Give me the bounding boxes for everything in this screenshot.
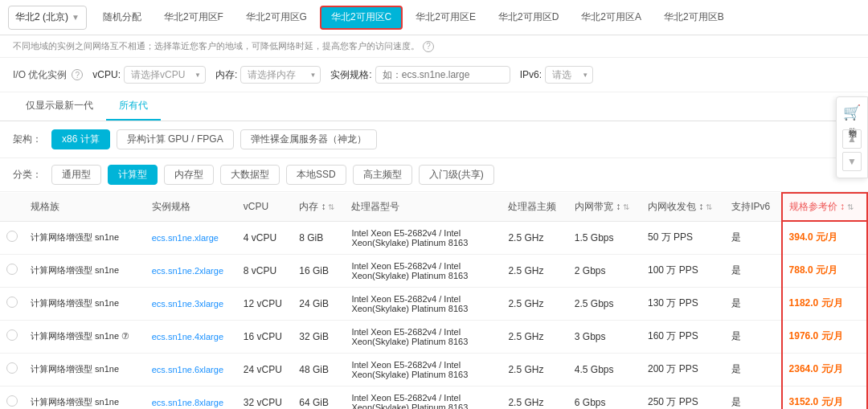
row-spec-family: 计算网络增强型 sn1ne [24,254,145,287]
arch-btn-x86[interactable]: x86 计算 [51,129,110,149]
row-radio[interactable] [0,353,24,386]
row-cpu-model: Intel Xeon E5-2682v4 / Intel Xeon(Skylak… [345,386,502,409]
vcpu-select-wrapper: 请选择vCPU [124,66,206,84]
row-bandwidth: 6 Gbps [568,386,641,409]
tab-zone-e[interactable]: 华北2可用区E [406,6,485,30]
row-pps: 200 万 PPS [641,353,725,386]
cart-icon: 🛒 [843,104,861,121]
row-pps: 250 万 PPS [641,386,725,409]
row-spec-name: ecs.sn1ne.3xlarge [145,287,237,320]
th-cpu-model: 处理器型号 [345,193,502,221]
row-price: 3152.0 元/月 [782,386,867,409]
io-help-icon[interactable]: ? [72,69,83,80]
row-radio[interactable] [0,320,24,353]
spec-input[interactable] [375,66,510,84]
row-ipv6: 是 [725,221,781,254]
notice-bar: 不同地域的实例之间网络互不相通；选择靠近您客户的地域，可降低网络时延，提高您客户… [0,35,868,58]
row-mem: 32 GiB [293,320,345,353]
tab-all-gen[interactable]: 所有代 [106,92,161,121]
row-freq: 2.5 GHz [502,287,567,320]
table-row[interactable]: 计算网络增强型 sn1ne ecs.sn1ne.xlarge 4 vCPU 8 … [0,221,867,254]
region-arrow-icon: ▼ [72,13,80,22]
scroll-up-button[interactable]: ▲ [842,129,862,149]
row-spec-family: 计算网络增强型 sn1ne ⑦ [24,320,145,353]
arch-btn-bare-metal[interactable]: 弹性裸金属服务器（神龙） [240,129,377,149]
type-btn-general[interactable]: 通用型 [51,165,101,185]
row-cpu-model: Intel Xeon E5-2682v4 / Intel Xeon(Skylak… [345,287,502,320]
ipv6-select[interactable]: 请选 [545,66,593,84]
row-mem: 48 GiB [293,353,345,386]
type-label: 分类： [13,168,42,182]
row-radio[interactable] [0,221,24,254]
tab-zone-d[interactable]: 华北2可用区D [489,6,568,30]
io-filter: I/O 优化实例 ? [13,68,83,82]
row-pps: 160 万 PPS [641,320,725,353]
mem-select-wrapper: 请选择内存 [240,66,321,84]
region-label: 华北2 (北京) [15,10,68,24]
th-pps[interactable]: 内网收发包 ↕ [641,193,725,221]
type-btn-compute[interactable]: 计算型 [108,165,158,185]
row-bandwidth: 4.5 Gbps [568,353,641,386]
row-radio[interactable] [0,254,24,287]
arch-label: 架构： [13,133,42,146]
row-freq: 2.5 GHz [502,320,567,353]
table-row[interactable]: 计算网络增强型 sn1ne ecs.sn1ne.3xlarge 12 vCPU … [0,287,867,320]
row-pps: 100 万 PPS [641,254,725,287]
scroll-down-button[interactable]: ▼ [842,152,862,171]
row-radio[interactable] [0,386,24,409]
th-spec-family: 规格族 [24,193,145,221]
table-row[interactable]: 计算网络增强型 sn1ne ⑦ ecs.sn1ne.4xlarge 16 vCP… [0,320,867,353]
table-row[interactable]: 计算网络增强型 sn1ne ecs.sn1ne.8xlarge 32 vCPU … [0,386,867,409]
th-vcpu: vCPU [237,193,293,221]
arch-btn-gpu[interactable]: 异构计算 GPU / FPGA [117,129,234,149]
tab-zone-g[interactable]: 华北2可用区G [236,6,317,30]
specs-table-container: 规格族 实例规格 vCPU 内存 ↕ 处理器型号 处理器主频 内网带宽 ↕ 内网… [0,192,868,409]
ipv6-select-wrapper: 请选 [545,66,593,84]
th-bandwidth[interactable]: 内网带宽 ↕ [568,193,641,221]
vcpu-select[interactable]: 请选择vCPU [124,66,206,84]
main-content: 架构： x86 计算 异构计算 GPU / FPGA 弹性裸金属服务器（神龙） … [0,121,868,409]
row-ipv6: 是 [725,386,781,409]
filter-bar: I/O 优化实例 ? vCPU: 请选择vCPU 内存: 请选择内存 实例规格:… [0,58,868,92]
table-row[interactable]: 计算网络增强型 sn1ne ecs.sn1ne.6xlarge 24 vCPU … [0,353,867,386]
region-selector[interactable]: 华北2 (北京) ▼ [8,6,87,30]
row-spec-name: ecs.sn1ne.4xlarge [145,320,237,353]
th-select [0,193,24,221]
row-mem: 8 GiB [293,221,345,254]
row-spec-family: 计算网络增强型 sn1ne [24,221,145,254]
row-spec-name: ecs.sn1ne.6xlarge [145,353,237,386]
mem-filter: 内存: 请选择内存 [215,66,321,84]
row-spec-name: ecs.sn1ne.2xlarge [145,254,237,287]
cart-button[interactable]: 🛒 购物车 [843,104,861,126]
row-bandwidth: 2.5 Gbps [568,287,641,320]
row-vcpu: 16 vCPU [237,320,293,353]
row-radio[interactable] [0,287,24,320]
row-ipv6: 是 [725,353,781,386]
row-spec-family: 计算网络增强型 sn1ne [24,287,145,320]
row-cpu-model: Intel Xeon E5-2682v4 / Intel Xeon(Skylak… [345,254,502,287]
arch-bar: 架构： x86 计算 异构计算 GPU / FPGA 弹性裸金属服务器（神龙） [0,121,868,158]
th-mem[interactable]: 内存 ↕ [293,193,345,221]
th-spec-name: 实例规格 [145,193,237,221]
table-header-row: 规格族 实例规格 vCPU 内存 ↕ 处理器型号 处理器主频 内网带宽 ↕ 内网… [0,193,867,221]
mem-select[interactable]: 请选择内存 [240,66,321,84]
tab-zone-f[interactable]: 华北2可用区F [154,6,233,30]
row-vcpu: 8 vCPU [237,254,293,287]
row-vcpu: 32 vCPU [237,386,293,409]
vcpu-label: vCPU: [92,69,121,80]
type-btn-localssd[interactable]: 本地SSD [286,165,346,185]
row-spec-name: ecs.sn1ne.8xlarge [145,386,237,409]
tab-zone-b[interactable]: 华北2可用区B [654,6,734,30]
notice-help-icon[interactable]: ? [423,41,434,52]
table-row[interactable]: 计算网络增强型 sn1ne ecs.sn1ne.2xlarge 8 vCPU 1… [0,254,867,287]
type-btn-entry[interactable]: 入门级(共享) [419,165,494,185]
type-btn-highfreq[interactable]: 高主频型 [353,165,412,185]
tab-zone-c[interactable]: 华北2可用区C [320,6,403,30]
tab-zone-a[interactable]: 华北2可用区A [571,6,651,30]
th-price[interactable]: 规格参考价 ↕ [782,193,867,221]
row-bandwidth: 2 Gbps [568,254,641,287]
tab-latest-gen[interactable]: 仅显示最新一代 [13,92,106,121]
type-btn-bigdata[interactable]: 大数据型 [220,165,280,185]
tab-random[interactable]: 随机分配 [93,6,151,30]
type-btn-memory[interactable]: 内存型 [164,165,214,185]
